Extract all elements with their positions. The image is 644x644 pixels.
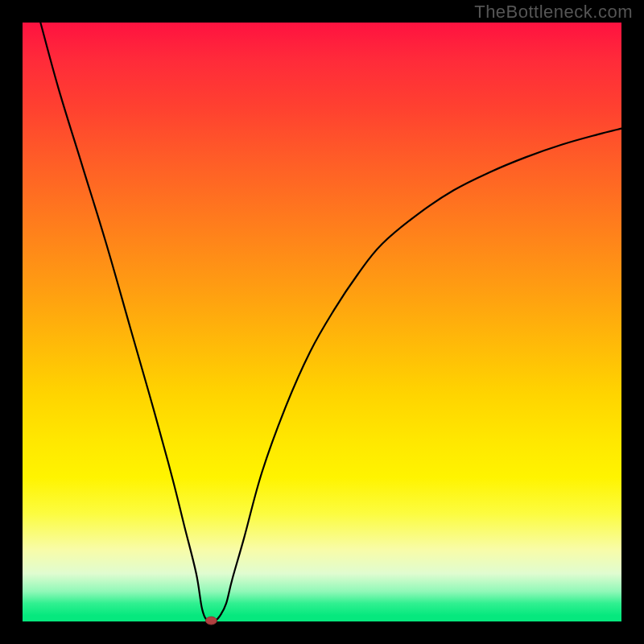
- curve-minimum-marker: [205, 617, 217, 625]
- watermark-text: TheBottleneck.com: [474, 2, 633, 23]
- plot-area: [23, 23, 621, 621]
- bottleneck-curve: [40, 23, 621, 623]
- bottleneck-curve-svg: [23, 23, 621, 621]
- chart-frame: TheBottleneck.com: [0, 0, 644, 644]
